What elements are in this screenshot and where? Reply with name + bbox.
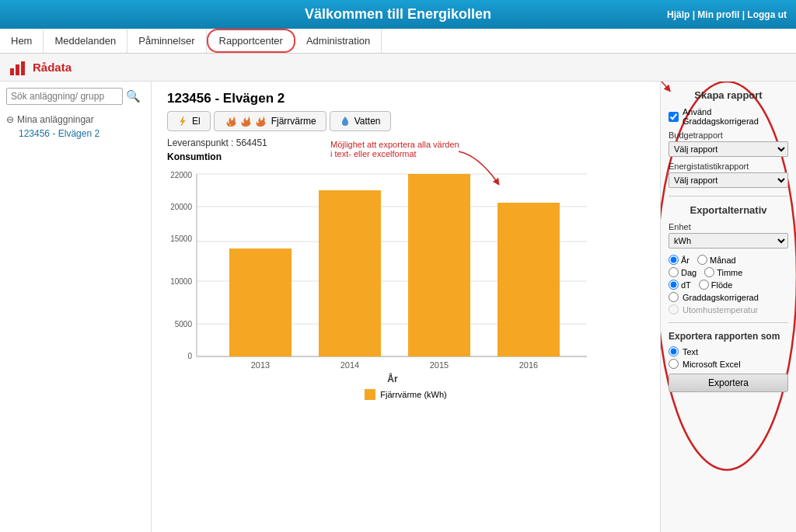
nav-item-paminnelser[interactable]: Påminnelser bbox=[127, 29, 206, 53]
radio-text-wrap: Text bbox=[669, 346, 788, 356]
radio-text[interactable] bbox=[669, 346, 679, 356]
nav-item-rapportcenter[interactable]: Rapportcenter bbox=[207, 29, 295, 53]
nav-bar: Hem Meddelanden Påminnelser Rapportcente… bbox=[0, 29, 796, 54]
checkbox-graddags-row: Använd Graddagskorrigerad bbox=[669, 107, 788, 126]
delivery-point: Leveranspunkt : 564451 bbox=[152, 137, 660, 151]
energy-tabs: El Fjärrvärme Vatten bbox=[152, 111, 660, 131]
radio-timme-label: Timme bbox=[717, 268, 742, 277]
unit-select[interactable]: kWh bbox=[669, 233, 788, 249]
radio-flode-wrap: Flöde bbox=[699, 280, 733, 290]
svg-text:2013: 2013 bbox=[251, 360, 270, 370]
nav-item-administration[interactable]: Administration bbox=[295, 29, 382, 53]
tab-el[interactable]: El bbox=[167, 111, 211, 131]
sidebar: 🔍 ⊖ Mina anläggningar 123456 - Elvägen 2 bbox=[0, 82, 152, 532]
unit-label: Enhet bbox=[669, 222, 788, 231]
svg-text:2015: 2015 bbox=[430, 360, 449, 370]
search-input[interactable] bbox=[6, 88, 123, 105]
radio-text-label: Text bbox=[683, 347, 698, 356]
radio-excel-label: Microsoft Excel bbox=[683, 360, 741, 369]
search-box: 🔍 bbox=[6, 88, 145, 105]
checkbox-graddags-label: Använd Graddagskorrigerad bbox=[683, 107, 788, 126]
svg-rect-2 bbox=[21, 61, 25, 75]
bar-2013 bbox=[229, 249, 292, 356]
radio-ar[interactable] bbox=[669, 255, 679, 265]
tab-fjarrvarme[interactable]: Fjärrvärme bbox=[214, 111, 326, 131]
radio-dt-wrap: dT bbox=[669, 280, 691, 290]
create-report-title: Skapa rapport bbox=[669, 89, 788, 101]
radio-utomhus-label: Utomhustemperatur bbox=[683, 305, 758, 315]
radio-flode-label: Flöde bbox=[711, 280, 733, 290]
bar-2015 bbox=[408, 174, 470, 356]
budget-label: Budgetrapport bbox=[669, 130, 788, 140]
energy-label: Energistatistikrapport bbox=[669, 162, 788, 171]
lightning-icon bbox=[177, 116, 188, 127]
export-button[interactable]: Exportera bbox=[669, 374, 788, 392]
radio-dag-label: Dag bbox=[681, 268, 696, 277]
radio-ar-label: År bbox=[681, 256, 690, 265]
divider1 bbox=[669, 196, 788, 196]
top-banner: Välkommen till Energikollen Hjälp | Min … bbox=[0, 0, 796, 29]
chart-svg-wrap: 22000 20000 15000 10000 5000 0 bbox=[167, 166, 652, 386]
tab-vatten[interactable]: Vatten bbox=[330, 111, 391, 131]
flame-icon3 bbox=[253, 116, 267, 127]
right-panel: Färdiga rapporter Skapa rapport Använd G… bbox=[660, 82, 796, 532]
legend-label: Fjärrvärme (kWh) bbox=[380, 390, 447, 399]
svg-text:År: År bbox=[387, 373, 398, 384]
svg-text:20000: 20000 bbox=[170, 203, 192, 211]
svg-text:10000: 10000 bbox=[170, 277, 192, 286]
flame-icon2 bbox=[239, 116, 253, 127]
svg-text:22000: 22000 bbox=[170, 171, 192, 179]
radio-excel-wrap: Microsoft Excel bbox=[669, 359, 788, 369]
radio-pair-dag-timme: Dag Timme bbox=[669, 267, 788, 277]
tree-child-facility[interactable]: 123456 - Elvägen 2 bbox=[6, 128, 145, 139]
radio-group-dt: dT Flöde Graddagskorrigerad Utomhustempe… bbox=[669, 280, 788, 315]
checkbox-graddags[interactable] bbox=[669, 112, 679, 122]
rawdata-icon bbox=[9, 59, 26, 76]
radio-graddags-wrap: Graddagskorrigerad bbox=[669, 292, 788, 302]
radio-utomhus-wrap: Utomhustemperatur bbox=[669, 304, 788, 315]
radio-pair-dt-flode: dT Flöde bbox=[669, 280, 788, 290]
page-layout: 🔍 ⊖ Mina anläggningar 123456 - Elvägen 2… bbox=[0, 82, 796, 532]
radio-timme-wrap: Timme bbox=[704, 267, 742, 277]
drop-icon bbox=[340, 116, 351, 127]
radio-excel[interactable] bbox=[669, 359, 679, 369]
svg-rect-0 bbox=[10, 68, 14, 75]
radio-manad-wrap: Månad bbox=[697, 255, 736, 265]
budget-select[interactable]: Välj rapport bbox=[669, 141, 788, 157]
page-title: Rådata bbox=[33, 61, 72, 74]
legend-color bbox=[365, 389, 375, 400]
bar-2016 bbox=[498, 203, 560, 356]
radio-dt[interactable] bbox=[669, 280, 679, 290]
main-content: Möjlighet att exportera alla värdeni tex… bbox=[152, 82, 660, 532]
radio-dt-label: dT bbox=[681, 280, 691, 290]
radio-flode[interactable] bbox=[699, 280, 709, 290]
radio-utomhus[interactable] bbox=[669, 304, 679, 315]
facility-title: 123456 - Elvägen 2 bbox=[152, 82, 660, 111]
red-oval-outline bbox=[660, 82, 796, 474]
top-right-links: Hjälp | Min profil | Logga ut bbox=[667, 9, 787, 20]
search-button[interactable]: 🔍 bbox=[126, 89, 141, 103]
energy-select[interactable]: Välj rapport bbox=[669, 172, 788, 188]
radio-pair-ar-manad: År Månad bbox=[669, 255, 788, 265]
export-as-title: Exportera rapporten som bbox=[669, 331, 788, 342]
radio-dag[interactable] bbox=[669, 267, 679, 277]
nav-item-meddelanden[interactable]: Meddelanden bbox=[44, 29, 127, 53]
radio-group-export: Text Microsoft Excel bbox=[669, 346, 788, 369]
radio-manad-label: Månad bbox=[710, 256, 736, 265]
radio-graddags[interactable] bbox=[669, 292, 679, 302]
bar-2014 bbox=[319, 190, 381, 356]
chart-title: Konsumtion bbox=[167, 151, 652, 162]
svg-text:2014: 2014 bbox=[340, 360, 359, 370]
radio-manad[interactable] bbox=[697, 255, 707, 265]
banner-title: Välkommen till Energikollen bbox=[305, 6, 491, 22]
divider2 bbox=[669, 322, 788, 323]
tree-root: ⊖ Mina anläggningar bbox=[6, 114, 145, 125]
svg-text:2016: 2016 bbox=[519, 360, 538, 370]
nav-item-hem[interactable]: Hem bbox=[0, 29, 44, 53]
svg-text:15000: 15000 bbox=[170, 235, 192, 243]
radio-timme[interactable] bbox=[704, 267, 714, 277]
radio-ar-wrap: År bbox=[669, 255, 690, 265]
page-header: Rådata bbox=[0, 54, 796, 82]
flame-icon bbox=[224, 116, 238, 127]
svg-text:0: 0 bbox=[187, 352, 192, 360]
